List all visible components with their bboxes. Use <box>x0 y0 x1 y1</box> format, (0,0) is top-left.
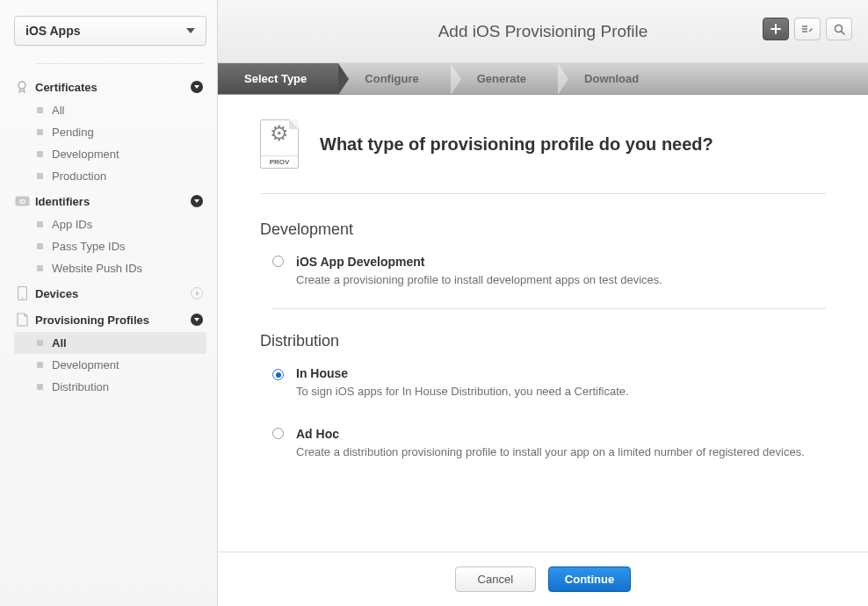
page-title: Add iOS Provisioning Profile <box>438 22 648 41</box>
radio-ios-app-dev[interactable] <box>272 256 284 267</box>
bullet-icon <box>37 221 43 227</box>
nav-certificates[interactable]: Certificates <box>14 75 206 99</box>
nav-id-appids[interactable]: App IDs <box>14 213 206 235</box>
app-dropdown-label: iOS Apps <box>25 24 81 38</box>
certificate-icon <box>14 80 30 94</box>
option-ios-app-dev[interactable]: iOS App Development Create a provisionin… <box>272 255 826 309</box>
search-button[interactable] <box>826 18 852 40</box>
nav-prov-distribution[interactable]: Distribution <box>14 376 206 398</box>
prov-tag: PROV <box>261 155 298 168</box>
provisioning-file-icon: ⚙ PROV <box>260 119 299 169</box>
nav-devices-title: Devices <box>35 287 191 300</box>
bullet-icon <box>37 362 43 368</box>
nav-id-passtype[interactable]: Pass Type IDs <box>14 235 206 257</box>
svg-point-0 <box>18 82 25 89</box>
nav-item-label: Website Push IDs <box>52 262 142 275</box>
bullet-icon <box>37 107 43 113</box>
disclosure-icon <box>191 81 203 93</box>
cancel-button[interactable]: Cancel <box>455 566 536 592</box>
bullet-icon <box>37 151 43 157</box>
device-icon <box>14 286 30 300</box>
app-dropdown[interactable]: iOS Apps <box>14 16 206 46</box>
nav-cert-pending[interactable]: Pending <box>14 121 206 143</box>
chevron-down-icon <box>186 28 195 33</box>
radio-in-house[interactable] <box>272 369 284 380</box>
top-bar: Add iOS Provisioning Profile <box>218 0 868 63</box>
option-label: iOS App Development <box>296 255 662 269</box>
gear-icon: ⚙ <box>270 123 289 144</box>
option-label: Ad Hoc <box>296 427 805 441</box>
disclosure-icon <box>191 314 203 326</box>
id-icon: ID <box>14 194 30 208</box>
option-desc: Create a distribution provisioning profi… <box>296 444 805 461</box>
step-download[interactable]: Download <box>558 63 670 94</box>
bullet-icon <box>37 384 43 390</box>
nav-item-label: Distribution <box>52 380 109 393</box>
option-desc: Create a provisioning profile to install… <box>296 272 662 289</box>
nav-identifiers[interactable]: ID Identifiers <box>14 189 206 213</box>
bullet-icon <box>37 173 43 179</box>
category-development: Development <box>260 220 826 239</box>
sidebar: iOS Apps Certificates All Pending Develo… <box>0 0 218 606</box>
divider <box>35 63 203 64</box>
step-configure[interactable]: Configure <box>338 63 450 94</box>
nav-devices[interactable]: Devices <box>14 281 206 306</box>
option-ad-hoc[interactable]: Ad Hoc Create a distribution provisionin… <box>272 427 826 480</box>
step-select-type[interactable]: Select Type <box>218 63 338 94</box>
nav-cert-all[interactable]: All <box>14 99 206 121</box>
nav-provisioning[interactable]: Provisioning Profiles <box>14 307 206 332</box>
option-desc: To sign iOS apps for In House Distributi… <box>296 384 629 400</box>
category-distribution: Distribution <box>260 332 826 350</box>
nav-cert-development[interactable]: Development <box>14 143 206 165</box>
nav-item-label: App IDs <box>52 218 92 231</box>
nav-id-webpush[interactable]: Website Push IDs <box>14 257 206 279</box>
bullet-icon <box>37 265 43 271</box>
nav-item-label: All <box>52 336 67 350</box>
disclosure-icon <box>191 195 203 207</box>
content-area: ⚙ PROV What type of provisioning profile… <box>218 95 868 552</box>
nav-certificates-title: Certificates <box>35 81 191 94</box>
option-in-house[interactable]: In House To sign iOS apps for In House D… <box>272 366 826 408</box>
bullet-icon <box>37 243 43 249</box>
add-button[interactable] <box>763 18 789 40</box>
radio-ad-hoc[interactable] <box>272 428 284 439</box>
document-icon <box>14 313 30 327</box>
continue-button[interactable]: Continue <box>548 566 631 592</box>
option-label: In House <box>296 366 629 380</box>
nav-item-label: Development <box>52 148 119 161</box>
bullet-icon <box>37 340 43 346</box>
nav-item-label: Pass Type IDs <box>52 240 126 253</box>
nav-item-label: Development <box>52 358 119 372</box>
nav-item-label: Production <box>52 170 106 183</box>
svg-point-4 <box>21 298 23 299</box>
disclosure-collapsed-icon <box>191 287 203 299</box>
bullet-icon <box>37 129 43 135</box>
nav-identifiers-title: Identifiers <box>35 195 191 208</box>
step-bar: Select Type Configure Generate Download <box>218 63 868 95</box>
step-generate[interactable]: Generate <box>451 63 558 94</box>
svg-text:ID: ID <box>19 198 25 205</box>
nav-prov-all[interactable]: All <box>14 332 206 354</box>
nav-provisioning-title: Provisioning Profiles <box>35 314 191 327</box>
footer-buttons: Cancel Continue <box>218 552 868 606</box>
content-heading: What type of provisioning profile do you… <box>320 134 713 155</box>
nav-cert-production[interactable]: Production <box>14 165 206 187</box>
edit-button[interactable] <box>794 18 821 40</box>
nav-prov-development[interactable]: Development <box>14 354 206 376</box>
nav-item-label: All <box>52 104 64 117</box>
nav-item-label: Pending <box>52 126 94 139</box>
